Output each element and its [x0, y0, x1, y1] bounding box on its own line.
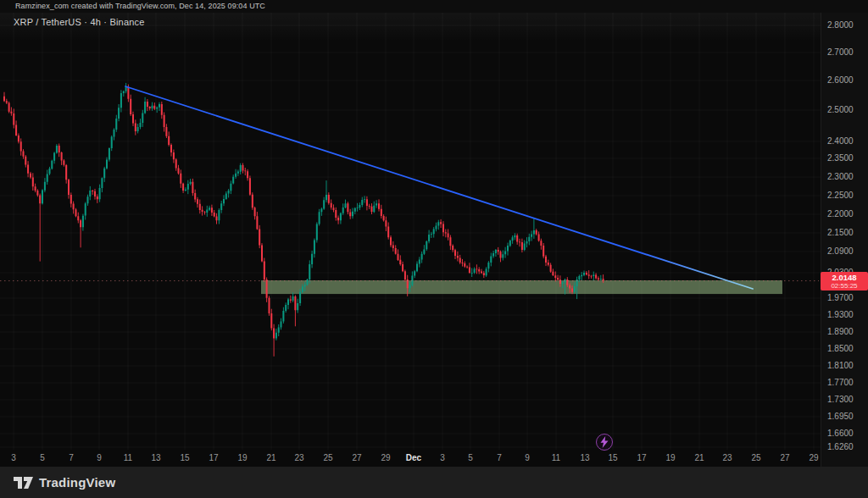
price-axis-label: 1.6260	[827, 442, 854, 452]
time-axis-label: 7	[60, 453, 82, 462]
time-axis-label: 5	[459, 453, 481, 462]
tradingview-logo-icon	[14, 477, 33, 489]
price-axis-label: 1.7300	[827, 395, 854, 405]
time-axis-label: 19	[659, 453, 682, 462]
brand-name: TradingView	[39, 475, 115, 490]
support-zone-rect[interactable]	[261, 280, 782, 294]
time-axis-label: 29	[803, 453, 825, 462]
time-axis-label: 23	[716, 453, 738, 462]
price-axis-label: 2.5000	[827, 105, 854, 115]
price-axis-label: 1.8100	[827, 361, 854, 371]
time-axis-label: 11	[117, 453, 139, 462]
time-axis-label-month: Dec	[403, 453, 425, 462]
time-axis-label: 25	[317, 453, 339, 462]
time-axis-label: 5	[31, 453, 53, 462]
down-candle-bodies	[3, 87, 604, 339]
price-axis-label: 2.7000	[827, 47, 854, 58]
candlestick-chart[interactable]	[0, 0, 868, 498]
time-axis-label: 15	[174, 453, 196, 462]
time-axis-label: 9	[516, 453, 538, 462]
symbol-legend[interactable]: XRP / TetherUS · 4h · Binance	[14, 17, 145, 27]
price-axis-label: 1.7700	[827, 378, 854, 388]
price-axis-label: 2.6000	[827, 75, 854, 86]
time-axis-label: 17	[631, 453, 653, 462]
price-axis-label: 2.8000	[827, 20, 854, 30]
price-axis-label: 1.9700	[827, 293, 854, 303]
time-axis-label: 13	[145, 453, 167, 462]
time-axis-label: 27	[346, 453, 368, 462]
price-axis-label: 1.8500	[827, 344, 854, 354]
price-axis-label: 2.2500	[827, 191, 854, 201]
bar-close-countdown: 02:55:25	[831, 282, 857, 290]
time-axis-label: 15	[602, 453, 624, 462]
price-axis[interactable]: 2.80002.70002.60002.50002.40002.35002.30…	[821, 13, 868, 467]
time-axis-label: 3	[3, 453, 25, 462]
price-axis-label: 1.6950	[827, 412, 854, 422]
time-axis-label: 13	[574, 453, 596, 462]
time-axis-label: 23	[288, 453, 310, 462]
time-axis-label: 21	[688, 453, 710, 462]
time-axis-label: 7	[488, 453, 510, 462]
price-axis-label: 2.1500	[827, 228, 854, 238]
time-axis[interactable]: 357911131517192123252729Dec3579111315171…	[0, 450, 821, 467]
tradingview-logo[interactable]: TradingView	[14, 475, 115, 490]
price-axis-label: 1.9300	[827, 310, 854, 320]
time-axis-label: 29	[375, 453, 397, 462]
symbol-legend-text: XRP / TetherUS · 4h · Binance	[14, 17, 145, 27]
price-axis-label: 1.6600	[827, 429, 854, 439]
price-axis-label: 2.4000	[827, 136, 854, 147]
lightning-icon	[599, 436, 609, 448]
time-axis-label: 3	[431, 453, 453, 462]
time-axis-label: 11	[545, 453, 567, 462]
price-axis-label: 2.3000	[827, 172, 854, 182]
event-marker[interactable]	[596, 434, 613, 451]
time-axis-label: 21	[260, 453, 282, 462]
time-axis-label: 19	[231, 453, 253, 462]
grid-lines	[0, 13, 821, 450]
time-axis-label: 17	[203, 453, 225, 462]
price-axis-label: 2.0900	[827, 246, 854, 257]
bottom-bar: TradingView	[0, 467, 868, 498]
last-price-label: 2.0148 02:55:25	[821, 272, 868, 290]
time-axis-label: 27	[774, 453, 796, 462]
down-candle-wicks	[4, 85, 604, 357]
time-axis-label: 9	[88, 453, 110, 462]
tradingview-chart-screenshot: Ramzinex_com created with TradingView.co…	[0, 0, 868, 498]
price-axis-label: 2.3500	[827, 153, 854, 163]
last-price-value: 2.0148	[832, 274, 856, 282]
price-axis-label: 1.8900	[827, 327, 854, 337]
descending-trendline[interactable]	[125, 86, 753, 289]
price-axis-label: 2.2000	[827, 209, 854, 219]
time-axis-label: 25	[745, 453, 767, 462]
